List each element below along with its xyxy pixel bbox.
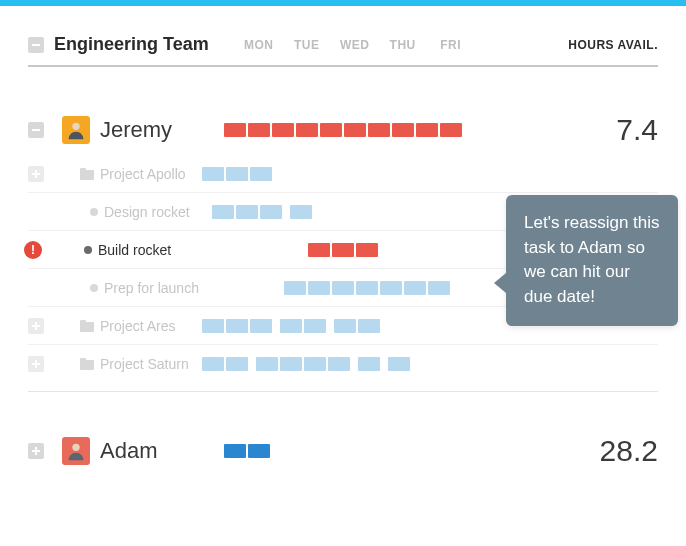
workload-segment bbox=[332, 281, 354, 295]
workload-segment bbox=[272, 123, 294, 137]
hours-available-label: HOURS AVAIL. bbox=[568, 38, 658, 52]
task-timeline[interactable] bbox=[212, 205, 452, 219]
avatar-jeremy[interactable] bbox=[62, 116, 90, 144]
workload-segment bbox=[250, 319, 272, 333]
workload-segment bbox=[404, 281, 426, 295]
workload-segment bbox=[280, 357, 302, 371]
project-label: Project Saturn bbox=[80, 356, 200, 372]
workload-segment bbox=[202, 167, 224, 181]
workload-segment bbox=[392, 123, 414, 137]
day-thu: THU bbox=[379, 38, 427, 52]
hours-value: 7.4 bbox=[616, 113, 658, 147]
workload-segment bbox=[358, 357, 380, 371]
workload-segment bbox=[328, 357, 350, 371]
folder-icon bbox=[80, 168, 94, 180]
spacer bbox=[236, 243, 258, 257]
day-fri: FRI bbox=[427, 38, 475, 52]
workload-segment bbox=[224, 444, 246, 458]
workload-segment bbox=[250, 167, 272, 181]
app-window: Engineering Team MON TUE WED THU FRI HOU… bbox=[0, 0, 686, 546]
workload-segment bbox=[226, 357, 248, 371]
task-timeline[interactable] bbox=[212, 243, 452, 257]
team-title: Engineering Team bbox=[54, 34, 209, 55]
task-name: Build rocket bbox=[98, 242, 171, 258]
avatar-adam[interactable] bbox=[62, 437, 90, 465]
indent bbox=[28, 443, 62, 459]
workload-segment bbox=[356, 281, 378, 295]
person-timeline-jeremy[interactable] bbox=[224, 123, 464, 137]
alert-icon[interactable]: ! bbox=[24, 241, 42, 259]
project-name: Project Apollo bbox=[100, 166, 186, 182]
project-label: Project Apollo bbox=[80, 166, 200, 182]
project-timeline[interactable] bbox=[202, 319, 442, 333]
spacer bbox=[284, 205, 288, 219]
person-row-jeremy[interactable]: Jeremy 7.4 bbox=[28, 107, 658, 155]
spacer bbox=[250, 357, 254, 371]
person-icon bbox=[65, 440, 87, 462]
workload-segment bbox=[226, 167, 248, 181]
expand-project-toggle[interactable] bbox=[28, 318, 44, 334]
task-timeline[interactable] bbox=[212, 281, 452, 295]
task-name: Design rocket bbox=[104, 204, 190, 220]
hours-value: 28.2 bbox=[600, 434, 658, 468]
spacer bbox=[236, 281, 258, 295]
person-row-adam[interactable]: Adam 28.2 bbox=[28, 428, 658, 476]
workload-segment bbox=[344, 123, 366, 137]
bullet-icon bbox=[84, 246, 92, 254]
workload-segment bbox=[202, 357, 224, 371]
project-timeline[interactable] bbox=[202, 167, 442, 181]
workload-segment bbox=[428, 281, 450, 295]
workload-segment bbox=[284, 281, 306, 295]
spacer bbox=[260, 243, 282, 257]
person-timeline-adam[interactable] bbox=[224, 444, 464, 458]
workload-segment bbox=[368, 123, 390, 137]
collapse-person-toggle[interactable] bbox=[28, 122, 44, 138]
project-row-saturn[interactable]: Project Saturn bbox=[28, 345, 658, 383]
workload-segment bbox=[236, 205, 258, 219]
workload-segment bbox=[260, 205, 282, 219]
svg-point-1 bbox=[72, 444, 79, 451]
workload-segment bbox=[320, 123, 342, 137]
task-label: Prep for launch bbox=[90, 280, 210, 296]
spacer bbox=[212, 281, 234, 295]
indent bbox=[28, 356, 80, 372]
spacer bbox=[382, 357, 386, 371]
workload-segment bbox=[332, 243, 354, 257]
project-timeline[interactable] bbox=[202, 357, 442, 371]
folder-icon bbox=[80, 358, 94, 370]
workload-segment bbox=[308, 281, 330, 295]
workload-segment bbox=[280, 319, 302, 333]
indent bbox=[28, 122, 62, 138]
spacer bbox=[212, 243, 234, 257]
workload-segment bbox=[224, 123, 246, 137]
indent bbox=[28, 166, 80, 182]
workload-segment bbox=[296, 123, 318, 137]
collapse-team-toggle[interactable] bbox=[28, 37, 44, 53]
task-label: Design rocket bbox=[90, 204, 210, 220]
header-row: Engineering Team MON TUE WED THU FRI HOU… bbox=[28, 34, 658, 67]
task-name: Prep for launch bbox=[104, 280, 199, 296]
spacer-row bbox=[28, 392, 658, 428]
expand-project-toggle[interactable] bbox=[28, 166, 44, 182]
expand-person-toggle[interactable] bbox=[28, 443, 44, 459]
workload-segment bbox=[308, 243, 330, 257]
workload-segment bbox=[256, 357, 278, 371]
workload-segment bbox=[388, 357, 410, 371]
expand-project-toggle[interactable] bbox=[28, 356, 44, 372]
spacer bbox=[284, 243, 306, 257]
reassign-tooltip: Let's reassign this task to Adam so we c… bbox=[506, 195, 678, 326]
workload-segment bbox=[416, 123, 438, 137]
workload-segment bbox=[212, 205, 234, 219]
workload-segment bbox=[304, 319, 326, 333]
workload-segment bbox=[380, 281, 402, 295]
tooltip-text: Let's reassign this task to Adam so we c… bbox=[524, 213, 660, 306]
project-row-apollo[interactable]: Project Apollo bbox=[28, 155, 658, 193]
bullet-icon bbox=[90, 284, 98, 292]
project-name: Project Ares bbox=[100, 318, 175, 334]
indent: ! bbox=[28, 241, 84, 259]
workload-segment bbox=[290, 205, 312, 219]
day-tue: TUE bbox=[283, 38, 331, 52]
workload-segment bbox=[248, 123, 270, 137]
workload-segment bbox=[248, 444, 270, 458]
day-headers: MON TUE WED THU FRI bbox=[235, 38, 475, 52]
